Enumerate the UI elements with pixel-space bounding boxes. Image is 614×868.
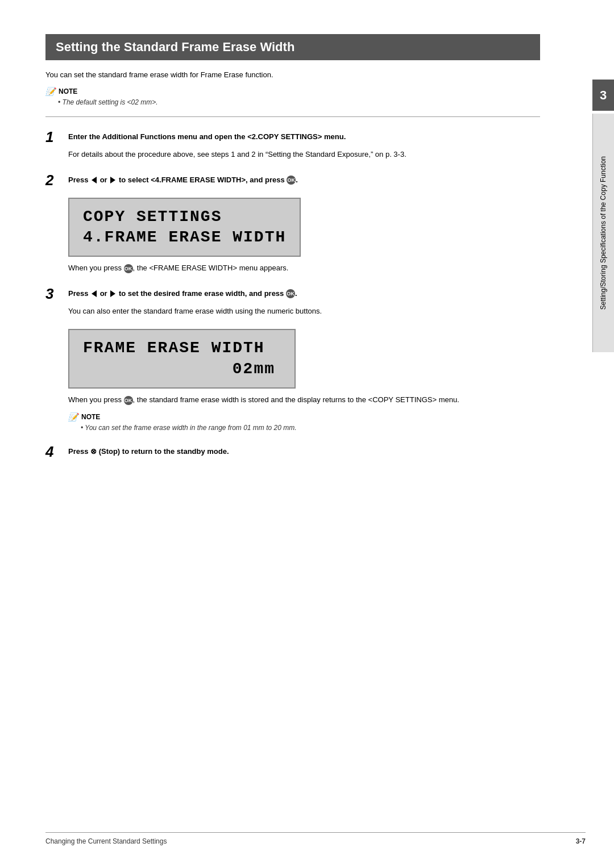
right-arrow-icon-2 xyxy=(110,177,115,183)
lcd-display-2: COPY SETTINGS 4.FRAME ERASE WIDTH xyxy=(68,198,301,257)
step-1-header: 1 Enter the Additional Functions menu an… xyxy=(45,130,540,144)
chapter-tab: 3 xyxy=(592,80,614,111)
divider xyxy=(45,116,540,117)
step-4-instruction: Press ⊗ (Stop) to return to the standby … xyxy=(68,444,229,457)
note-block: 📝 NOTE The default setting is <02 mm>. xyxy=(45,87,540,106)
right-arrow-icon-3 xyxy=(110,290,115,297)
step-2-number: 2 xyxy=(45,173,61,187)
step-3-note: 📝 NOTE You can set the frame erase width… xyxy=(45,412,540,432)
step-3-note-label: 📝 NOTE xyxy=(68,412,540,422)
page-footer: Changing the Current Standard Settings 3… xyxy=(45,832,586,845)
ok-button-icon-2b: OK xyxy=(124,264,133,273)
step-3-number: 3 xyxy=(45,286,61,301)
ok-button-icon-3: OK xyxy=(286,289,295,298)
note-icon-3: 📝 xyxy=(68,412,78,422)
intro-text: You can set the standard frame erase wid… xyxy=(45,70,540,79)
sidebar-tab: Setting/Storing Specifications of the Co… xyxy=(592,114,614,352)
step-1-instruction: Enter the Additional Functions menu and … xyxy=(68,130,346,142)
step-4: 4 Press ⊗ (Stop) to return to the standb… xyxy=(45,444,540,459)
step-2: 2 Press or to select <4.FRAME ERASE WIDT… xyxy=(45,173,540,274)
main-content: Setting the Standard Frame Erase Width Y… xyxy=(45,34,540,459)
note-item-0: The default setting is <02 mm>. xyxy=(45,98,540,106)
step-4-header: 4 Press ⊗ (Stop) to return to the standb… xyxy=(45,444,540,459)
lcd-display-3: FRAME ERASE WIDTH 02mm xyxy=(68,329,296,389)
left-arrow-icon-2 xyxy=(92,177,97,183)
note-label: 📝 NOTE xyxy=(45,87,540,96)
step-1-number: 1 xyxy=(45,130,61,144)
ok-button-icon-3b: OK xyxy=(124,396,133,405)
step-3-after: When you press OK, the standard frame er… xyxy=(45,394,540,406)
note-icon: 📝 xyxy=(45,87,55,96)
step-1-detail: For details about the procedure above, s… xyxy=(45,149,540,160)
note-label-text: NOTE xyxy=(59,87,77,95)
footer-left-text: Changing the Current Standard Settings xyxy=(45,837,167,845)
step-3-note-label-text: NOTE xyxy=(81,413,100,421)
lcd-line-2-1: COPY SETTINGS xyxy=(83,207,286,227)
lcd-line-3-2: 02mm xyxy=(83,359,281,379)
step-3-instruction: Press or to set the desired frame erase … xyxy=(68,286,297,299)
section-heading: Setting the Standard Frame Erase Width xyxy=(45,34,540,60)
step-2-header: 2 Press or to select <4.FRAME ERASE WIDT… xyxy=(45,173,540,187)
ok-button-icon-2: OK xyxy=(287,176,296,185)
page-container: 3 Setting/Storing Specifications of the … xyxy=(0,0,614,868)
lcd-line-3-1: FRAME ERASE WIDTH xyxy=(83,338,281,358)
sidebar-label: Setting/Storing Specifications of the Co… xyxy=(599,156,608,310)
step-2-instruction: Press or to select <4.FRAME ERASE WIDTH>… xyxy=(68,173,298,185)
step-3-header: 3 Press or to set the desired frame eras… xyxy=(45,286,540,301)
step-3: 3 Press or to set the desired frame eras… xyxy=(45,286,540,432)
lcd-line-2-2: 4.FRAME ERASE WIDTH xyxy=(83,227,286,248)
step-2-after: When you press OK, the <FRAME ERASE WIDT… xyxy=(45,262,540,274)
step-4-number: 4 xyxy=(45,444,61,459)
step-3-detail: You can also enter the standard frame er… xyxy=(45,306,540,317)
stop-icon: ⊗ xyxy=(90,446,97,457)
left-arrow-icon-3 xyxy=(92,290,97,297)
step-3-note-item: You can set the frame erase width in the… xyxy=(68,424,540,432)
chapter-number: 3 xyxy=(600,88,607,103)
footer-page-number: 3-7 xyxy=(576,837,586,845)
step-1: 1 Enter the Additional Functions menu an… xyxy=(45,130,540,160)
